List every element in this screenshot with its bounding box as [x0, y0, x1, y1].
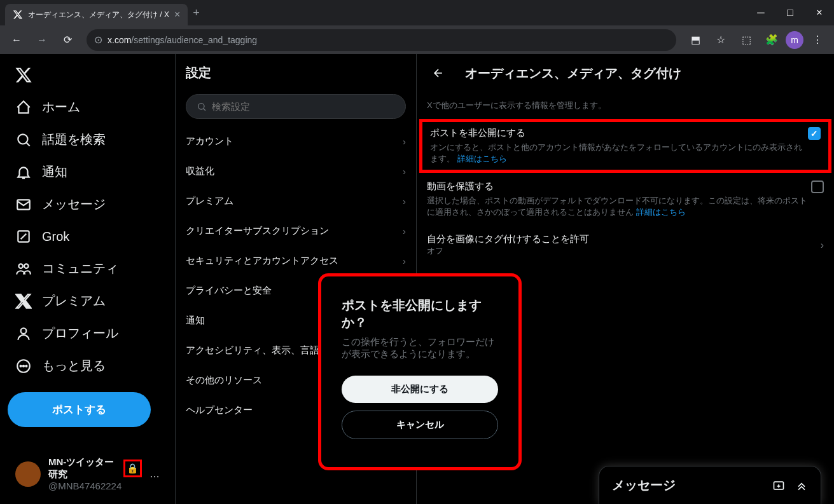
mail-icon	[15, 196, 32, 213]
puzzle-icon[interactable]: 🧩	[760, 29, 783, 51]
chevron-right-icon: ›	[403, 196, 406, 207]
settings-item-security[interactable]: セキュリティとアカウントアクセス ›	[176, 246, 416, 276]
user-info: MN-ツイッター研究 🔒 @MNB47462224	[48, 456, 142, 491]
extensions-icon[interactable]: ⬚	[735, 29, 758, 51]
x-logo[interactable]	[8, 59, 39, 91]
learn-more-link[interactable]: 詳細はこちら	[457, 154, 507, 163]
person-icon	[15, 325, 32, 342]
browser-tab[interactable]: オーディエンス、メディア、タグ付け / X ×	[5, 4, 188, 25]
protect-posts-checkbox[interactable]	[808, 127, 821, 140]
settings-item-label: アクセシビリティ、表示、言語	[186, 344, 319, 357]
sidebar-item-profile[interactable]: プロフィール	[8, 317, 167, 350]
settings-search[interactable]	[186, 94, 406, 119]
sidebar-item-label: Grok	[42, 229, 69, 244]
user-handle: @MNB47462224	[48, 480, 142, 491]
new-tab-button[interactable]: +	[193, 6, 200, 20]
settings-item-label: プライバシーと安全	[186, 285, 272, 297]
sidebar-item-notifications[interactable]: 通知	[8, 156, 167, 188]
browser-chrome: オーディエンス、メディア、タグ付け / X × + ─ □ × ← → ⟳ ⊙ …	[0, 0, 834, 54]
sidebar-item-home[interactable]: ホーム	[8, 91, 167, 123]
setting-photo-tagging[interactable]: 自分を画像にタグ付けすることを許可 オフ ›	[417, 226, 834, 264]
protect-videos-checkbox[interactable]	[811, 180, 824, 193]
x-icon	[13, 10, 23, 20]
sidebar-item-premium[interactable]: プレミアム	[8, 285, 167, 317]
settings-item-label: その他のリソース	[186, 374, 262, 386]
svg-point-5	[21, 328, 27, 334]
lock-icon: 🔒	[123, 460, 142, 477]
window-controls: ─ □ ×	[746, 0, 834, 25]
install-app-icon[interactable]: ⬒	[684, 29, 707, 51]
user-card[interactable]: MN-ツイッター研究 🔒 @MNB47462224 …	[8, 449, 167, 499]
sidebar-item-grok[interactable]: Grok	[8, 221, 167, 252]
cancel-button[interactable]: キャンセル	[342, 411, 498, 439]
setting-value: オフ	[427, 245, 589, 257]
settings-item-subscriptions[interactable]: クリエイターサブスクリプション ›	[176, 216, 416, 246]
chevron-right-icon: ›	[403, 136, 406, 147]
close-icon[interactable]: ×	[174, 9, 180, 20]
people-icon	[15, 261, 32, 277]
bookmark-icon[interactable]: ☆	[709, 29, 732, 51]
detail-title: オーディエンス、メディア、タグ付け	[465, 65, 681, 82]
settings-item-label: 収益化	[186, 165, 214, 177]
url-field[interactable]: ⊙ x.com/settings/audience_and_tagging	[87, 29, 676, 51]
close-window-button[interactable]: ×	[805, 0, 834, 25]
detail-header: オーディエンス、メディア、タグ付け	[417, 54, 834, 92]
sidebar-item-label: ホーム	[42, 99, 80, 116]
sidebar: ホーム 話題を検索 通知 メッセージ Grok コミュニティ プレミアム プロ	[0, 54, 175, 504]
search-icon	[15, 132, 32, 148]
maximize-button[interactable]: □	[775, 0, 805, 25]
learn-more-link[interactable]: 詳細はこちら	[636, 207, 686, 217]
svg-point-0	[18, 134, 27, 144]
settings-item-label: プレミアム	[186, 195, 233, 207]
messages-dock[interactable]: メッセージ	[599, 466, 821, 504]
profile-avatar-button[interactable]: m	[786, 31, 803, 49]
sidebar-item-explore[interactable]: 話題を検索	[8, 123, 167, 156]
tab-title: オーディエンス、メディア、タグ付け / X	[28, 10, 169, 20]
sidebar-item-communities[interactable]: コミュニティ	[8, 252, 167, 285]
svg-point-8	[23, 365, 24, 366]
setting-protect-videos: 動画を保護する 選択した場合、ポストの動画がデフォルトでダウンロード不可になりま…	[417, 173, 834, 226]
setting-protect-posts: ポストを非公開にする オンにすると、ポストと他のアカウント情報があなたをフォロー…	[419, 119, 831, 173]
chevron-right-icon: ›	[403, 226, 406, 236]
back-button[interactable]: ←	[5, 29, 28, 51]
more-dots-icon[interactable]: …	[149, 468, 160, 480]
address-bar: ← → ⟳ ⊙ x.com/settings/audience_and_tagg…	[0, 25, 834, 54]
menu-icon[interactable]: ⋮	[806, 29, 829, 51]
minimize-button[interactable]: ─	[746, 0, 775, 25]
svg-point-7	[20, 365, 22, 366]
detail-description: Xで他のユーザーに表示する情報を管理します。	[417, 92, 834, 119]
sidebar-item-label: 通知	[42, 163, 67, 180]
sidebar-item-more[interactable]: もっと見る	[8, 350, 167, 382]
confirm-button[interactable]: 非公開にする	[342, 376, 498, 403]
back-button[interactable]	[427, 62, 450, 85]
svg-point-4	[24, 264, 29, 268]
search-input[interactable]	[212, 101, 395, 112]
post-button[interactable]: ポストする	[8, 392, 151, 427]
settings-item-label: 通知	[186, 315, 205, 327]
user-display-name: MN-ツイッター研究	[48, 456, 121, 480]
sidebar-item-label: メッセージ	[42, 196, 106, 213]
reload-button[interactable]: ⟳	[56, 29, 79, 51]
messages-title: メッセージ	[612, 477, 676, 494]
sidebar-item-label: 話題を検索	[42, 131, 106, 148]
x-icon	[15, 293, 32, 310]
settings-item-label: セキュリティとアカウントアクセス	[186, 255, 338, 267]
settings-item-premium[interactable]: プレミアム ›	[176, 186, 416, 216]
new-message-icon[interactable]	[772, 479, 785, 492]
search-icon	[197, 102, 207, 112]
svg-point-10	[198, 103, 204, 109]
setting-description: 選択した場合、ポストの動画がデフォルトでダウンロード不可になります。この設定は、…	[427, 195, 811, 218]
bell-icon	[15, 164, 32, 180]
sidebar-item-messages[interactable]: メッセージ	[8, 188, 167, 221]
setting-label: 動画を保護する	[427, 180, 811, 193]
app-container: ホーム 話題を検索 通知 メッセージ Grok コミュニティ プレミアム プロ	[0, 54, 834, 504]
expand-icon[interactable]	[795, 479, 808, 492]
settings-item-monetization[interactable]: 収益化 ›	[176, 156, 416, 186]
site-info-icon[interactable]: ⊙	[94, 34, 102, 46]
settings-item-account[interactable]: アカウント ›	[176, 126, 416, 156]
url-text: x.com/settings/audience_and_tagging	[108, 35, 257, 45]
setting-label: ポストを非公開にする	[430, 127, 808, 139]
sidebar-item-label: もっと見る	[42, 357, 106, 374]
grok-icon	[15, 228, 32, 245]
chevron-right-icon: ›	[403, 166, 406, 177]
